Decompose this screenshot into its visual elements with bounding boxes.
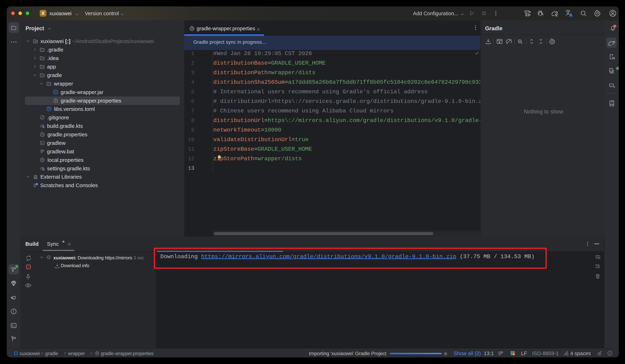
svg-text:A: A [611,102,613,105]
svg-text:A: A [569,12,573,18]
